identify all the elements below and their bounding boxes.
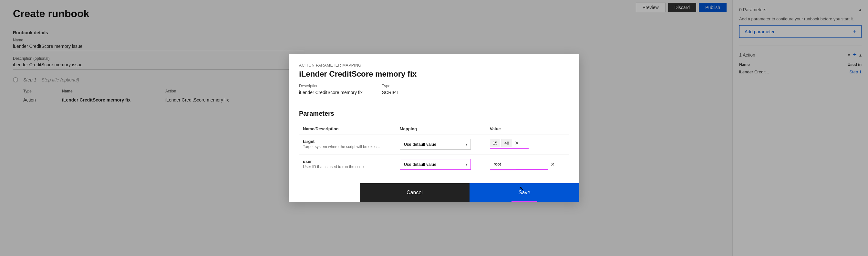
param-user-name: user bbox=[303, 159, 392, 164]
param-target-name: target bbox=[303, 139, 392, 144]
user-clear-icon[interactable]: ✕ bbox=[551, 161, 555, 167]
modal-footer: Cancel Save bbox=[289, 183, 579, 202]
target-value-48: 48 bbox=[501, 139, 512, 147]
target-mapping-wrapper: Use default value ▾ bbox=[400, 139, 471, 150]
modal-header: Action parameter mapping iLender CreditS… bbox=[289, 54, 579, 102]
modal-meta: Description iLender CreditScore memory f… bbox=[299, 84, 569, 95]
param-user-desc: User ID that is used to run the script bbox=[303, 165, 392, 169]
description-meta-value: iLender CreditScore memory fix bbox=[299, 90, 363, 95]
target-mapping-select[interactable]: Use default value bbox=[400, 139, 471, 150]
modal-subtitle: Action parameter mapping bbox=[299, 63, 569, 67]
user-value-wrapper: ✕ bbox=[490, 159, 565, 170]
user-underline bbox=[490, 170, 516, 170]
user-mapping-select[interactable]: Use default value bbox=[400, 159, 471, 170]
param-target-desc: Target system where the script will be e… bbox=[303, 144, 392, 149]
col-value: Value bbox=[486, 124, 569, 134]
param-row-target: target Target system where the script wi… bbox=[299, 134, 569, 154]
type-meta-value: SCRIPT bbox=[382, 90, 399, 95]
save-button[interactable]: Save bbox=[469, 183, 579, 202]
target-value-wrapper: 15 48 ✕ bbox=[490, 139, 565, 147]
target-clear-icon[interactable]: ✕ bbox=[515, 140, 519, 146]
user-mapping-wrapper: Use default value ▾ bbox=[400, 159, 471, 170]
modal-title: iLender CreditScore memory fix bbox=[299, 69, 569, 79]
target-value-15: 15 bbox=[490, 139, 500, 147]
cancel-button[interactable]: Cancel bbox=[360, 183, 469, 202]
col-name-desc: Name/Description bbox=[299, 124, 396, 134]
params-table: Name/Description Mapping Value target Ta… bbox=[299, 124, 569, 175]
user-value-input[interactable] bbox=[490, 159, 548, 170]
target-underline bbox=[490, 148, 529, 149]
modal-description: Description iLender CreditScore memory f… bbox=[299, 84, 363, 95]
modal-overlay: Action parameter mapping iLender CreditS… bbox=[0, 0, 868, 256]
type-meta-label: Type bbox=[382, 84, 399, 88]
modal-type: Type SCRIPT bbox=[382, 84, 399, 95]
modal-body: Parameters Name/Description Mapping Valu… bbox=[289, 102, 579, 183]
col-mapping: Mapping bbox=[396, 124, 486, 134]
modal-dialog: Action parameter mapping iLender CreditS… bbox=[289, 54, 579, 202]
params-heading: Parameters bbox=[299, 110, 569, 117]
param-row-user: user User ID that is used to run the scr… bbox=[299, 154, 569, 175]
description-meta-label: Description bbox=[299, 84, 363, 88]
